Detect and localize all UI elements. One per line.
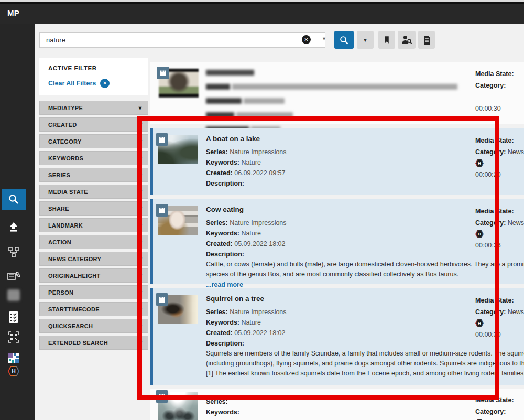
filter-item-label: SHARE [48, 206, 69, 212]
result-row-squirrel[interactable]: Squirrel on a tree Series: Nature Impres… [150, 288, 524, 385]
brand-h-badge-icon: H [475, 230, 484, 238]
filter-item-label: ORIGINALHEIGHT [48, 273, 101, 279]
checklist-icon [7, 310, 20, 324]
document-button[interactable] [418, 31, 435, 49]
filter-item-label: MEDIATYPE [48, 105, 83, 111]
description-line: [1] The earliest known fossilized squirr… [206, 369, 524, 379]
nav-sidebar: H [0, 24, 35, 420]
keywords-label: Keywords: [206, 408, 239, 416]
media-state-label: Media State: [475, 396, 514, 404]
media-state-label: Media State: [475, 297, 514, 304]
result-row-partial[interactable]: Series: Keywords: Media State: Category:… [150, 389, 524, 420]
duration: 00:00:30 [475, 103, 524, 114]
media-state-label: Media State: [475, 137, 514, 144]
filter-item-action[interactable]: ACTION▼ [39, 235, 148, 249]
redacted-icon [7, 289, 20, 301]
series-value: Nature Impressions [230, 308, 286, 316]
result-title[interactable]: A boat on a lake [206, 135, 287, 143]
chevron-down-icon: ▼ [139, 307, 143, 311]
category-label: Category: [475, 148, 506, 156]
result-text-block: A boat on a lake Series: Nature Impressi… [206, 135, 287, 189]
sidebar-item-upload[interactable] [2, 217, 26, 238]
user-search-icon [401, 35, 412, 45]
filter-item-label: EXTENDED SEARCH [48, 340, 108, 346]
series-label: Series: [206, 308, 228, 316]
duration: 00:00:36 [475, 240, 524, 251]
category-value: News [508, 148, 524, 156]
filter-item-mediatype[interactable]: MEDIATYPE▼ [39, 101, 148, 115]
search-input[interactable] [39, 32, 325, 48]
filter-item-media-state[interactable]: MEDIA STATE▼ [39, 185, 148, 199]
clear-search-icon[interactable]: ✕ [302, 35, 311, 44]
description-line: species of the genus Bos, and are most c… [206, 270, 524, 279]
app-logo: MP [7, 8, 19, 17]
created-value: 05.09.2022 18:02 [234, 240, 285, 247]
search-icon [339, 35, 349, 45]
keywords-label: Keywords: [206, 319, 239, 326]
filter-item-extended-search[interactable]: EXTENDED SEARCH▼ [39, 336, 148, 350]
user-search-button[interactable] [398, 31, 416, 49]
keywords-label: Keywords: [206, 159, 239, 166]
workflow-icon [8, 246, 19, 258]
search-options-dropdown-button[interactable]: ▼ [357, 31, 374, 49]
filter-item-label: PERSON [48, 289, 73, 296]
sidebar-item-search[interactable] [2, 189, 26, 210]
clip-editing-icon [7, 270, 20, 283]
sidebar-item-workflow[interactable] [2, 242, 26, 263]
input-caret-icon[interactable]: ▼ [322, 36, 326, 41]
filter-item-category[interactable]: CATEGORY▼ [39, 134, 148, 148]
row-accent-bar [150, 199, 153, 284]
chevron-down-icon: ▼ [139, 290, 143, 295]
filter-item-created[interactable]: CREATED▼ [39, 117, 148, 132]
sidebar-item-clip-editing[interactable] [2, 266, 26, 287]
created-label: Created: [206, 329, 233, 337]
bookmark-button[interactable] [378, 31, 395, 49]
result-row-redacted[interactable]: Media State: Category: 00:00:30 [150, 62, 524, 124]
series-value: Nature Impressions [230, 219, 286, 227]
result-row-boat[interactable]: A boat on a lake Series: Nature Impressi… [150, 128, 524, 195]
sidebar-item-hidden-logo[interactable] [2, 285, 26, 306]
row-accent-bar [150, 288, 153, 385]
series-label: Series: [206, 398, 228, 405]
series-label: Series: [206, 219, 228, 227]
brand-h-icon: H [7, 365, 20, 377]
search-icon [7, 193, 20, 206]
sidebar-item-brand-h[interactable]: H [2, 361, 26, 382]
description-line: Cattle, or cows (female) and bulls (male… [206, 260, 524, 270]
category-value: News [508, 219, 524, 227]
search-button[interactable] [334, 31, 354, 49]
sidebar-item-checklist[interactable] [2, 307, 26, 328]
filter-item-starttimecode[interactable]: STARTTIMECODE▼ [39, 302, 148, 316]
created-label: Created: [206, 240, 233, 247]
active-filter-title: ACTIVE FILTER [48, 65, 97, 71]
top-bar: MP [0, 4, 524, 24]
clip-icon [156, 390, 168, 403]
filter-item-keywords[interactable]: KEYWORDS▼ [39, 151, 148, 165]
filter-item-landmark[interactable]: LANDMARK▼ [39, 218, 148, 232]
filter-item-originalheight[interactable]: ORIGINALHEIGHT▼ [39, 268, 148, 283]
clip-icon [156, 293, 168, 306]
sidebar-item-qr-scan[interactable] [2, 327, 26, 348]
filter-item-series[interactable]: SERIES▼ [39, 168, 148, 182]
chevron-down-icon: ▼ [139, 340, 143, 345]
duration: 00:00:20 [475, 169, 524, 180]
filter-item-label: LANDMARK [48, 222, 83, 229]
description-line: (including groundhogs), flying squirrels… [206, 359, 524, 369]
filter-item-news-category[interactable]: NEWS CATEGORY▼ [39, 252, 148, 266]
description-line: Squirrels are members of the family Sciu… [206, 349, 524, 359]
filter-item-share[interactable]: SHARE▼ [39, 201, 148, 216]
svg-text:H: H [12, 369, 15, 374]
chevron-down-icon: ▼ [139, 189, 143, 194]
filter-item-person[interactable]: PERSON▼ [39, 285, 148, 299]
created-value: 06.09.2022 09:57 [234, 169, 285, 177]
filter-item-label: STARTTIMECODE [48, 306, 100, 313]
result-row-cow[interactable]: Cow eating Series: Nature Impressions Ke… [150, 199, 524, 284]
chevron-down-icon: ▼ [137, 105, 143, 111]
filter-item-quicksearch[interactable]: QUICKSEARCH▼ [39, 319, 148, 333]
clear-all-filters-button[interactable]: Clear All Filters ✕ [48, 79, 110, 88]
filter-item-label: CREATED [48, 122, 77, 128]
result-meta-column: Media State: Category: News H 00:00:30 [475, 295, 524, 340]
created-label: Created: [206, 169, 233, 177]
filter-item-label: NEWS CATEGORY [48, 256, 101, 262]
filter-item-label: ACTION [48, 239, 71, 245]
